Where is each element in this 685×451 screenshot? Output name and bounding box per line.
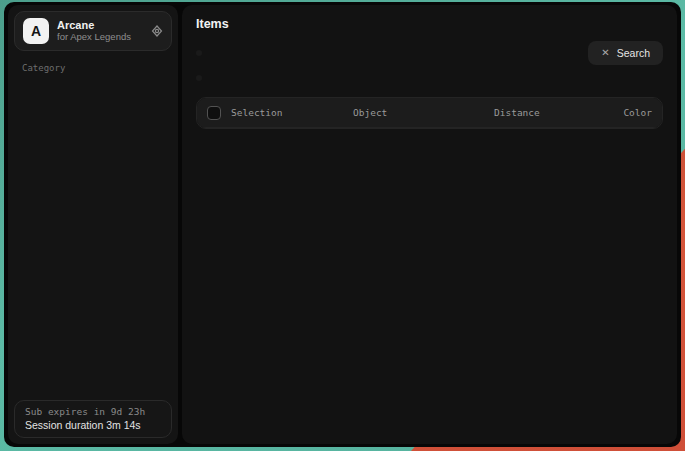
col-distance: Distance — [494, 107, 594, 118]
main-panel: Items ✕ Search Selection Object Distance… — [182, 5, 677, 444]
session-duration-text: Session duration 3m 14s — [25, 419, 161, 431]
col-selection: Selection — [231, 107, 353, 118]
sub-expires-text: Sub expires in 9d 23h — [25, 406, 161, 417]
badge-icon[interactable] — [151, 25, 163, 37]
x-icon: ✕ — [601, 48, 609, 58]
mode-tabs — [196, 50, 202, 56]
select-all-checkbox[interactable] — [207, 106, 221, 120]
category-label: Category — [22, 63, 178, 73]
page-title: Items — [196, 17, 663, 31]
brand-name: Arcane — [57, 19, 143, 32]
app-window: A Arcane for Apex Legends Category Sub e… — [4, 2, 681, 447]
items-table: Selection Object Distance Color — [196, 97, 663, 129]
subscription-card: Sub expires in 9d 23h Session duration 3… — [14, 400, 172, 438]
sidebar: A Arcane for Apex Legends Category Sub e… — [8, 5, 178, 444]
search-label: Search — [617, 47, 650, 59]
col-object: Object — [353, 107, 494, 118]
brand-logo: A — [23, 18, 49, 44]
view-tabs — [196, 75, 202, 81]
table-header: Selection Object Distance Color — [197, 98, 662, 128]
search-button[interactable]: ✕ Search — [588, 41, 663, 65]
brand-card: A Arcane for Apex Legends — [14, 11, 172, 51]
col-color: Color — [594, 107, 652, 118]
brand-subtitle: for Apex Legends — [57, 32, 143, 43]
toolbar: ✕ Search — [196, 41, 663, 65]
